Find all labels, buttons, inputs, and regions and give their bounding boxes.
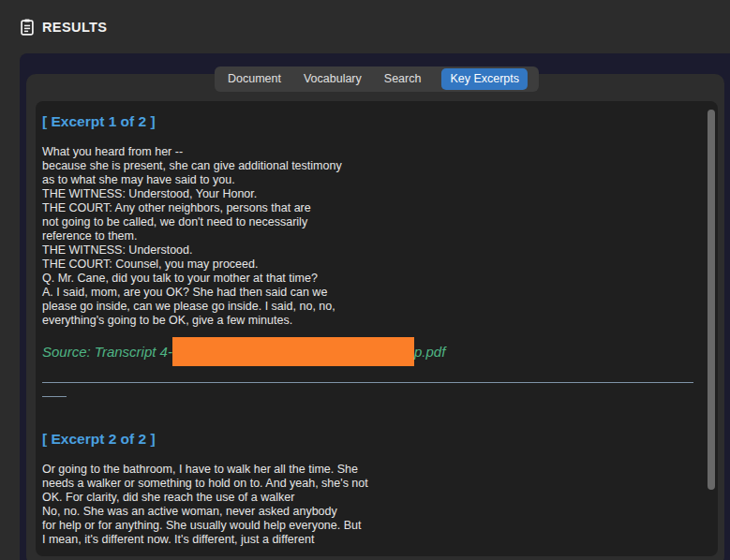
results-header-bar: RESULTS bbox=[0, 0, 730, 53]
excerpt-1-heading: [ Excerpt 1 of 2 ] bbox=[42, 113, 690, 130]
scrollbar-thumb[interactable] bbox=[708, 110, 715, 490]
tab-search[interactable]: Search bbox=[382, 70, 424, 88]
tab-vocabulary[interactable]: Vocabulary bbox=[302, 70, 364, 88]
excerpt-2-heading: [ Excerpt 2 of 2 ] bbox=[42, 431, 690, 448]
divider-short bbox=[42, 396, 67, 397]
redaction-block bbox=[172, 337, 414, 366]
divider-full bbox=[42, 382, 693, 383]
tab-bar: Document Vocabulary Search Key Excerpts bbox=[215, 66, 539, 92]
source-suffix: p.pdf bbox=[414, 344, 445, 360]
source-prefix: Source: Transcript 4- bbox=[42, 344, 172, 360]
results-title: RESULTS bbox=[42, 20, 107, 35]
excerpts-content: [ Excerpt 1 of 2 ] What you heard from h… bbox=[36, 101, 718, 556]
excerpt-2: [ Excerpt 2 of 2 ] Or going to the bathr… bbox=[42, 431, 690, 547]
excerpt-2-text: Or going to the bathroom, I have to walk… bbox=[42, 463, 690, 547]
excerpt-1: [ Excerpt 1 of 2 ] What you heard from h… bbox=[42, 113, 690, 366]
tab-document[interactable]: Document bbox=[226, 70, 283, 88]
clipboard-icon bbox=[21, 19, 34, 36]
excerpt-1-source: Source: Transcript 4- p.pdf bbox=[42, 337, 690, 366]
excerpt-1-text: What you heard from her -- because she i… bbox=[42, 145, 690, 328]
tab-key-excerpts[interactable]: Key Excerpts bbox=[441, 68, 528, 90]
